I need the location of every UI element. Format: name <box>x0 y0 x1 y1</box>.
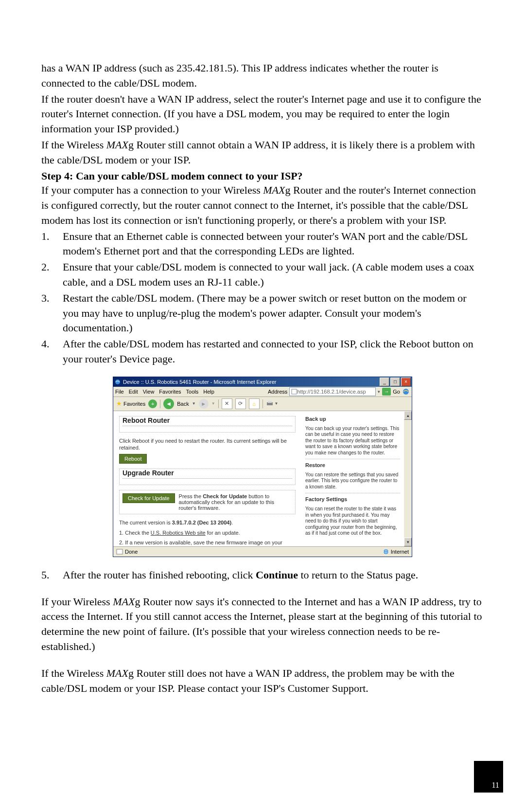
svg-rect-4 <box>268 401 272 403</box>
favorites-button[interactable]: ★ Favorites <box>116 400 145 407</box>
refresh-button[interactable]: ⟳ <box>235 398 246 409</box>
svg-rect-5 <box>117 549 122 554</box>
vertical-scrollbar[interactable]: ▴ ▾ <box>404 411 412 546</box>
address-label: Address <box>268 389 287 395</box>
window-controls: _ □ × <box>380 378 411 386</box>
text-italic: MAX <box>106 667 128 679</box>
ordered-list-continued: 5. After the router has finished rebooti… <box>41 568 484 583</box>
page-icon <box>291 389 297 395</box>
home-button[interactable]: ⌂ <box>249 398 260 409</box>
section-title: Upgrade Router <box>122 469 292 479</box>
firmware-version: The current version is 3.91.7.0.2 (Dec 1… <box>119 519 296 526</box>
text: If the Wireless <box>41 139 106 151</box>
list-number: 3. <box>41 291 63 336</box>
step-heading: Step 4: Can your cable/DSL modem connect… <box>41 169 484 183</box>
window-title: Device :: U.S. Robotics 5461 Router - Mi… <box>123 379 380 385</box>
list-text: After the cable/DSL modem has restarted … <box>63 337 484 367</box>
favorites-label: Favorites <box>123 401 145 407</box>
check-update-desc: Press the Check for Update button to aut… <box>179 493 292 511</box>
paragraph: has a WAN IP address (such as 235.42.181… <box>41 61 484 91</box>
browser-content: Reboot Router Click Reboot if you need t… <box>113 411 412 546</box>
list-item: 3. Restart the cable/DSL modem. (There m… <box>41 291 484 336</box>
go-button[interactable]: → <box>382 388 391 396</box>
text: If your Wireless <box>41 595 113 608</box>
usr-website-link[interactable]: U.S. Robotics Web site <box>151 530 206 536</box>
ie-icon <box>114 379 121 385</box>
side-heading-backup: Back up <box>305 416 400 423</box>
page-number-text: 11 <box>492 781 499 790</box>
side-heading-restore: Restore <box>305 462 400 469</box>
ordered-list: 1. Ensure that an Ethernet cable is conn… <box>41 229 484 367</box>
separator <box>262 399 263 408</box>
address-bar: Address http://192.168.2.1/device.asp ▾ … <box>268 387 410 396</box>
menu-tools[interactable]: Tools <box>186 389 199 395</box>
paragraph: If your computer has a connection to you… <box>41 183 484 228</box>
side-panel: Back up You can back up your router's se… <box>301 411 404 546</box>
stop-button[interactable]: ✕ <box>222 398 232 409</box>
menu-help[interactable]: Help <box>203 389 214 395</box>
document-page: has a WAN IP address (such as 235.42.181… <box>0 0 525 812</box>
embedded-screenshot: Device :: U.S. Robotics 5461 Router - Mi… <box>41 377 484 557</box>
minimize-button[interactable]: _ <box>380 378 389 386</box>
back-label: Back <box>177 401 189 407</box>
list-item: 5. After the router has finished rebooti… <box>41 568 484 583</box>
text-italic: MAX <box>263 184 285 196</box>
side-heading-factory: Factory Settings <box>305 496 400 503</box>
maximize-button[interactable]: □ <box>390 378 400 386</box>
scroll-down-button[interactable]: ▾ <box>404 538 412 546</box>
paragraph: If your Wireless MAXg Router now says it… <box>41 595 484 654</box>
print-button[interactable]: ▼ <box>266 400 279 407</box>
go-label: Go <box>393 389 400 395</box>
menu-file[interactable]: File <box>115 389 124 395</box>
upgrade-step-2: 2. If a new version is available, save t… <box>119 539 296 546</box>
text: If the Wireless <box>41 667 106 679</box>
close-button[interactable]: × <box>401 378 411 386</box>
address-input[interactable]: http://192.168.2.1/device.asp <box>289 387 376 396</box>
reboot-button[interactable]: Reboot <box>119 454 147 464</box>
side-text: You can back up your router's settings. … <box>305 426 400 456</box>
paragraph: If the Wireless MAXg Router still cannot… <box>41 138 484 168</box>
scroll-track[interactable] <box>404 420 412 538</box>
toolbar: ★ Favorites + ◄ Back ▼ ► ▼ ✕ ⟳ ⌂ ▼ <box>113 397 412 411</box>
page-number: 11 <box>474 761 503 793</box>
menu-edit[interactable]: Edit <box>129 389 138 395</box>
separator <box>305 493 400 493</box>
star-icon: ★ <box>116 400 122 407</box>
address-value: http://192.168.2.1/device.asp <box>297 389 366 395</box>
list-number: 2. <box>41 260 63 290</box>
separator <box>305 459 400 459</box>
list-text: Ensure that an Ethernet cable is connect… <box>63 229 484 259</box>
list-text: Restart the cable/DSL modem. (There may … <box>63 291 484 336</box>
menu-favorites[interactable]: Favorites <box>159 389 181 395</box>
scroll-up-button[interactable]: ▴ <box>404 411 412 420</box>
zone-text: Internet <box>391 549 409 555</box>
add-favorite-icon[interactable]: + <box>148 399 157 408</box>
reboot-desc: Click Reboot if you need to restart the … <box>119 437 296 451</box>
titlebar: Device :: U.S. Robotics 5461 Router - Mi… <box>113 377 412 387</box>
menu-view[interactable]: View <box>143 389 155 395</box>
paragraph: If the Wireless MAXg Router still does n… <box>41 666 484 696</box>
statusbar: Done Internet <box>113 546 412 557</box>
ie-window: Device :: U.S. Robotics 5461 Router - Mi… <box>113 377 412 557</box>
globe-icon <box>383 549 389 555</box>
forward-button[interactable]: ► <box>199 399 209 409</box>
ie-logo-icon <box>402 388 410 396</box>
list-text: After the router has finished rebooting,… <box>63 568 484 583</box>
list-item: 1. Ensure that an Ethernet cable is conn… <box>41 229 484 259</box>
upgrade-step-1: 1. Check the U.S. Robotics Web site for … <box>119 529 296 536</box>
text: If your computer has a connection to you… <box>41 184 263 196</box>
done-icon <box>116 549 123 555</box>
menubar: File Edit View Favorites Tools Help Addr… <box>113 387 412 397</box>
back-button[interactable]: ◄ <box>163 398 174 409</box>
list-text: Ensure that your cable/DSL modem is conn… <box>63 260 484 290</box>
section-title: Reboot Router <box>122 416 292 426</box>
status-text: Done <box>125 549 138 555</box>
list-item: 2. Ensure that your cable/DSL modem is c… <box>41 260 484 290</box>
side-text: You can restore the settings that you sa… <box>305 472 400 490</box>
main-panel: Reboot Router Click Reboot if you need t… <box>113 411 301 546</box>
check-update-button[interactable]: Check for Update <box>122 493 175 503</box>
separator <box>218 399 219 408</box>
side-text: You can reset the router to the state it… <box>305 506 400 537</box>
list-number: 5. <box>41 568 63 583</box>
svg-rect-1 <box>292 389 297 394</box>
